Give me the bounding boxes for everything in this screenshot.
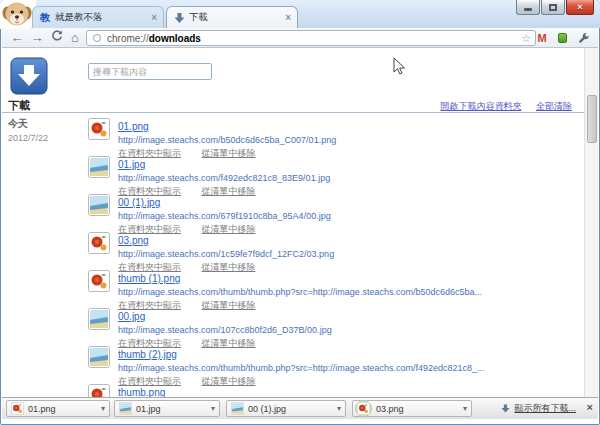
date-group-date: 2012/7/22 [8, 133, 48, 143]
png-image-file-recent-icon [357, 402, 370, 415]
scrollbar-thumb[interactable] [587, 95, 597, 143]
gmail-icon: M [537, 32, 546, 44]
section-divider [2, 112, 598, 113]
recent-download-indicator [355, 400, 372, 417]
download-arrow-icon [501, 404, 510, 413]
download-source-url: http://image.steachs.com/1c59fe7f9dcf_12… [118, 249, 568, 259]
reload-button[interactable] [48, 29, 66, 46]
shelf-file-label: 00 (1).jpg [248, 404, 333, 414]
tab-title: 下載 [189, 11, 281, 24]
download-item: 00 (1).jpg http://image.steachs.com/679f… [88, 192, 568, 230]
download-filename-link[interactable]: thumb.png [118, 387, 165, 397]
download-item: thumb (2).jpg http://image.steachs.com/t… [88, 344, 568, 382]
home-button[interactable]: ⌂ [66, 29, 84, 46]
download-item: 03.png http://image.steachs.com/1c59fe7f… [88, 230, 568, 268]
download-shelf: 01.png ▾ 01.jpg ▾ 00 (1).jpg ▾ 03.png ▾ … [2, 397, 598, 419]
shelf-download-button[interactable]: 01.jpg ▾ [114, 400, 220, 417]
downloads-logo-icon [10, 57, 48, 95]
tab-steachs-blog[interactable]: 教 就是教不落 × [32, 6, 164, 28]
download-filename-link[interactable]: thumb (2).jpg [118, 349, 177, 360]
window-controls: × [515, 0, 594, 15]
chevron-down-icon[interactable]: ▾ [101, 404, 105, 413]
omnibox-url-input[interactable]: chrome://downloads ☆ [86, 30, 536, 46]
show-all-downloads-button[interactable]: 顯示所有下載... [501, 402, 576, 415]
search-downloads-input[interactable] [88, 63, 212, 80]
minimize-icon [524, 8, 532, 11]
shelf-download-button[interactable]: 03.png ▾ [352, 400, 472, 417]
download-filename-link[interactable]: thumb (1).png [118, 273, 180, 284]
minimize-button[interactable] [516, 0, 540, 15]
chevron-down-icon[interactable]: ▾ [337, 404, 341, 413]
page-security-icon [93, 34, 101, 42]
shelf-download-button[interactable]: 01.png ▾ [6, 400, 110, 417]
gmail-extension-button[interactable]: M [534, 30, 550, 46]
download-filename-link[interactable]: 00.jpg [118, 311, 145, 322]
jpg-image-file-icon [88, 308, 110, 330]
reload-icon [51, 30, 63, 42]
green-extension-icon [558, 33, 567, 43]
back-button[interactable]: ← [8, 29, 26, 46]
forward-button[interactable]: → [28, 29, 46, 46]
png-image-file-icon [88, 232, 110, 254]
download-source-url: http://image.steachs.com/thumb/thumb.php… [118, 363, 568, 373]
download-item: 01.png http://image.steachs.com/b50dc6d6… [88, 116, 568, 154]
download-item: 01.jpg http://image.steachs.com/f492edc8… [88, 154, 568, 192]
url-text: chrome://downloads [107, 33, 201, 44]
maximize-icon [549, 4, 557, 11]
download-filename-link[interactable]: 01.png [118, 121, 149, 132]
shelf-download-button[interactable]: 00 (1).jpg ▾ [226, 400, 346, 417]
green-extension-button[interactable] [554, 30, 570, 46]
open-downloads-folder-link[interactable]: 開啟下載內容資料夾 [440, 101, 521, 111]
wrench-icon [578, 32, 590, 44]
shelf-file-label: 03.png [376, 404, 459, 414]
downloads-section-title: 下載 [8, 98, 30, 113]
browser-window: × 教 就是教不落 × 下載 × ← → [0, 0, 600, 425]
show-all-downloads-label: 顯示所有下載... [514, 402, 576, 415]
page-scrollbar[interactable] [584, 48, 598, 397]
puppy-image [0, 0, 34, 28]
jpg-image-file-icon [88, 346, 110, 368]
shelf-file-label: 01.png [28, 404, 97, 414]
download-source-url: http://image.steachs.com/b50dc6d6c5ba_C0… [118, 135, 568, 145]
download-favicon-icon [173, 12, 185, 24]
png-image-file-icon [88, 384, 110, 397]
download-source-url: http://image.steachs.com/679f1910c8ba_95… [118, 211, 568, 221]
wrench-menu-button[interactable] [576, 30, 592, 46]
download-source-url: http://image.steachs.com/thumb/thumb.php… [118, 287, 568, 297]
close-shelf-button[interactable]: × [587, 401, 593, 413]
shelf-file-label: 01.jpg [136, 404, 207, 414]
bookmark-star-icon[interactable]: ☆ [521, 31, 531, 46]
png-image-file-icon [88, 270, 110, 292]
date-group-label: 今天 [8, 117, 48, 131]
download-filename-link[interactable]: 01.jpg [118, 159, 145, 170]
site-favicon-icon: 教 [39, 12, 51, 24]
png-image-file-icon [11, 402, 24, 415]
download-source-url: http://image.steachs.com/107cc8b0f2d6_D3… [118, 325, 568, 335]
mouse-cursor [393, 57, 406, 76]
close-icon: × [577, 2, 582, 12]
jpg-image-file-icon [231, 402, 244, 415]
jpg-image-file-icon [88, 156, 110, 178]
downloads-page: 下載 開啟下載內容資料夾 全部清除 今天 2012/7/22 01.png ht… [2, 48, 598, 397]
chevron-down-icon[interactable]: ▾ [463, 404, 467, 413]
tab-downloads[interactable]: 下載 × [166, 6, 298, 28]
tab-close-icon[interactable]: × [151, 13, 157, 23]
browser-toolbar: ← → ⌂ chrome://downloads ☆ M [2, 28, 598, 48]
maximize-button[interactable] [541, 0, 565, 15]
download-item: thumb (1).png http://image.steachs.com/t… [88, 268, 568, 306]
download-item: thumb.png [88, 382, 568, 397]
jpg-image-file-icon [119, 402, 132, 415]
download-filename-link[interactable]: 00 (1).jpg [118, 197, 160, 208]
desktop-corner [0, 0, 36, 29]
tab-close-icon[interactable]: × [285, 13, 291, 23]
download-filename-link[interactable]: 03.png [118, 235, 149, 246]
close-window-button[interactable]: × [566, 0, 594, 15]
downloads-list: 01.png http://image.steachs.com/b50dc6d6… [88, 116, 568, 397]
chevron-down-icon[interactable]: ▾ [211, 404, 215, 413]
clear-all-link[interactable]: 全部清除 [536, 101, 572, 111]
jpg-image-file-icon [88, 194, 110, 216]
png-image-file-icon [88, 118, 110, 140]
date-group: 今天 2012/7/22 [8, 117, 48, 143]
download-item: 00.jpg http://image.steachs.com/107cc8b0… [88, 306, 568, 344]
tab-title: 就是教不落 [55, 11, 147, 24]
